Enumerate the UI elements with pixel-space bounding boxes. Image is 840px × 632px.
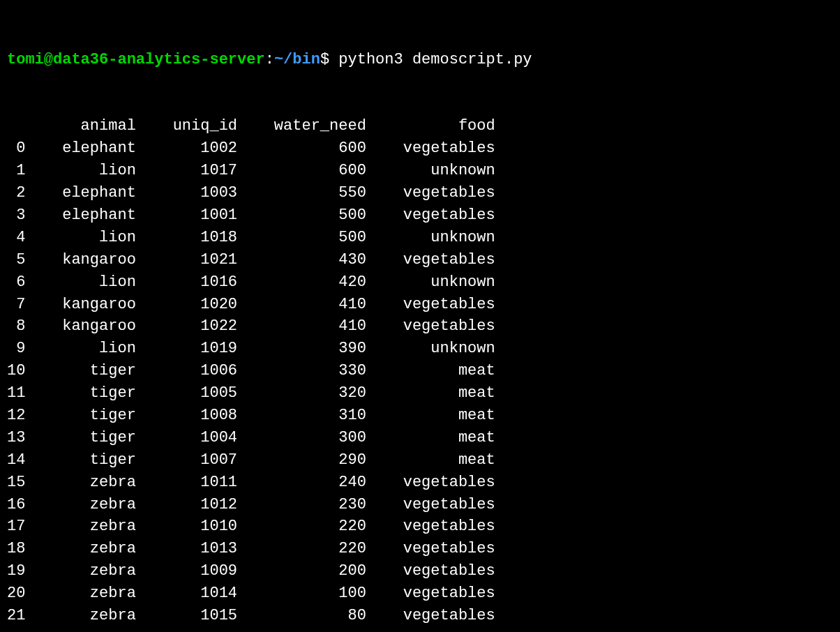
table-row: 14 tiger 1007 290 meat	[7, 449, 833, 472]
table-row: 12 tiger 1008 310 meat	[7, 405, 833, 427]
table-row: 5 kangaroo 1021 430 vegetables	[7, 249, 833, 271]
table-row: 20 zebra 1014 100 vegetables	[7, 582, 833, 605]
prompt-dollar: $	[320, 51, 338, 68]
table-row: 10 tiger 1006 330 meat	[7, 360, 833, 382]
table-row: 2 elephant 1003 550 vegetables	[7, 182, 833, 204]
table-row: 18 zebra 1013 220 vegetables	[7, 538, 833, 560]
prompt-user-host: tomi@data36-analytics-server	[7, 51, 265, 68]
table-header-row: animal uniq_id water_need food	[7, 115, 833, 137]
prompt-path: ~/bin	[274, 51, 320, 68]
terminal-window[interactable]: tomi@data36-analytics-server:~/bin$ pyth…	[7, 4, 833, 632]
table-row: 6 lion 1016 420 unknown	[7, 271, 833, 294]
table-row: 8 kangaroo 1022 410 vegetables	[7, 315, 833, 338]
table-row: 1 lion 1017 600 unknown	[7, 160, 833, 182]
table-row: 21 zebra 1015 80 vegetables	[7, 605, 833, 627]
prompt-colon: :	[265, 51, 274, 68]
table-row: 4 lion 1018 500 unknown	[7, 227, 833, 249]
dataframe-output: animal uniq_id water_need food 0 elephan…	[7, 115, 833, 626]
table-row: 17 zebra 1010 220 vegetables	[7, 516, 833, 538]
table-row: 0 elephant 1002 600 vegetables	[7, 137, 833, 160]
table-row: 16 zebra 1012 230 vegetables	[7, 494, 833, 516]
table-row: 7 kangaroo 1020 410 vegetables	[7, 294, 833, 316]
table-row: 9 lion 1019 390 unknown	[7, 338, 833, 360]
table-row: 3 elephant 1001 500 vegetables	[7, 204, 833, 227]
table-row: 13 tiger 1004 300 meat	[7, 427, 833, 449]
command-text: python3 demoscript.py	[338, 51, 532, 68]
table-row: 15 zebra 1011 240 vegetables	[7, 472, 833, 494]
table-row: 19 zebra 1009 200 vegetables	[7, 560, 833, 582]
table-row: 11 tiger 1005 320 meat	[7, 382, 833, 405]
prompt-line-1: tomi@data36-analytics-server:~/bin$ pyth…	[7, 49, 833, 71]
